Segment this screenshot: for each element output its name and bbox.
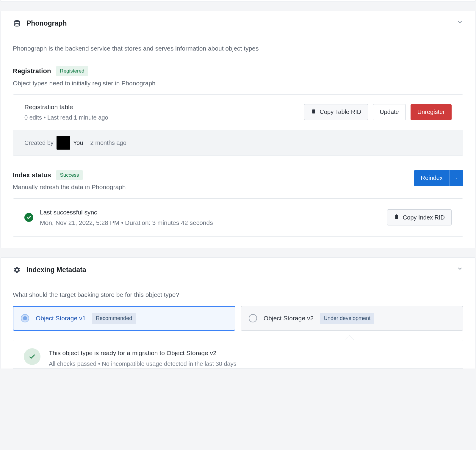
phonograph-panel: Phonograph Phonograph is the backend ser…: [1, 11, 475, 248]
created-by-label: Created by: [24, 138, 54, 147]
option-label: Object Storage v1: [36, 313, 86, 323]
check-circle-icon: [24, 213, 33, 222]
caret-down-icon: [455, 175, 458, 181]
last-sync-detail: Mon, Nov 21, 2022, 5:28 PM • Duration: 3…: [40, 218, 213, 228]
index-status-badge: Success: [56, 170, 82, 180]
copy-index-rid-button[interactable]: Copy Index RID: [387, 209, 452, 225]
avatar: [57, 136, 70, 150]
indexing-metadata-header[interactable]: Indexing Metadata: [1, 258, 475, 283]
option-object-storage-v2[interactable]: Object Storage v2 Under development: [241, 306, 463, 331]
registration-heading: Registration: [13, 66, 51, 76]
created-when: 2 months ago: [90, 138, 126, 147]
update-button[interactable]: Update: [373, 104, 406, 120]
option-object-storage-v1[interactable]: Object Storage v1 Recommended: [13, 306, 235, 331]
radio-icon: [21, 314, 29, 322]
registration-box: Registration table 0 edits • Last read 1…: [13, 94, 463, 156]
registration-footer: Created by You 2 months ago: [13, 130, 463, 156]
migration-sub: All checks passed • No incompatible usag…: [49, 359, 237, 368]
indexing-metadata-title: Indexing Metadata: [26, 265, 457, 275]
radio-icon: [249, 314, 257, 322]
created-by-name: You: [73, 138, 83, 147]
registration-status-badge: Registered: [56, 66, 88, 76]
chevron-down-icon: [457, 19, 463, 28]
indexing-metadata-panel: Indexing Metadata What should the target…: [1, 257, 475, 369]
reindex-dropdown-button[interactable]: [450, 170, 463, 186]
gear-icon: [13, 266, 21, 274]
spacer-card: [1, 0, 475, 2]
chevron-down-icon: [457, 265, 463, 275]
last-sync-title: Last successful sync: [40, 208, 213, 217]
unregister-label: Unregister: [417, 109, 445, 115]
database-icon: [13, 19, 21, 27]
phonograph-title: Phonograph: [26, 18, 457, 29]
migration-title: This object type is ready for a migratio…: [49, 348, 237, 358]
option-tag: Under development: [320, 313, 374, 324]
reindex-label: Reindex: [421, 175, 443, 181]
unregister-button[interactable]: Unregister: [411, 104, 452, 120]
migration-callout: This object type is ready for a migratio…: [13, 340, 463, 369]
clipboard-icon: [311, 108, 316, 116]
copy-table-rid-button[interactable]: Copy Table RID: [304, 104, 368, 120]
svg-point-0: [14, 20, 20, 22]
option-label: Object Storage v2: [264, 313, 314, 323]
clipboard-icon: [394, 214, 399, 221]
index-status-heading: Index status: [13, 170, 51, 180]
phonograph-panel-header[interactable]: Phonograph: [1, 11, 475, 36]
copy-table-rid-label: Copy Table RID: [320, 109, 361, 115]
index-status-sub: Manually refresh the data in Phonograph: [13, 182, 408, 192]
update-label: Update: [380, 109, 399, 115]
copy-index-rid-label: Copy Index RID: [403, 214, 445, 221]
phonograph-description: Phonograph is the backend service that s…: [13, 44, 463, 53]
registration-table-sub: 0 edits • Last read 1 minute ago: [24, 113, 108, 122]
reindex-button[interactable]: Reindex: [414, 170, 450, 186]
option-tag: Recommended: [92, 313, 136, 324]
reindex-split-button: Reindex: [414, 170, 463, 186]
index-box: Last successful sync Mon, Nov 21, 2022, …: [13, 198, 463, 237]
registration-table-title: Registration table: [24, 102, 108, 112]
backing-store-question: What should the target backing store be …: [13, 290, 463, 300]
check-circle-icon: [24, 348, 40, 365]
registration-sub: Object types need to initially register …: [13, 79, 463, 88]
